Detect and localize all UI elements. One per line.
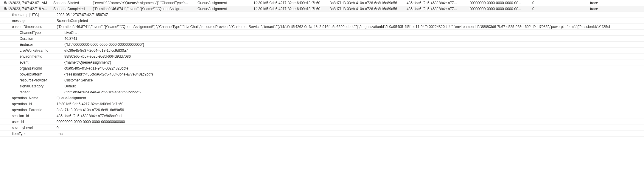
detail-key: organizationId xyxy=(20,66,64,71)
cd-enduser[interactable]: ▷ Enduser {"Id":"00000000-0000-0000-0000… xyxy=(0,42,644,48)
detail-key: message xyxy=(12,18,57,23)
table-row[interactable]: ▷ 5/12/2023, 7:07:42.671 AM ScenarioStar… xyxy=(0,0,644,6)
cell-dimensions: {"event":"{\"name\":\"QueueAssignment\"}… xyxy=(93,0,197,6)
detail-key: LiveWorkstreamId xyxy=(20,48,64,53)
cd-event[interactable]: ▷ event {"name":"QueueAssignment"} xyxy=(0,59,644,65)
detail-key: itemType xyxy=(12,131,57,136)
detail-value: 2023-05-12T07:07:42.7185674Z xyxy=(57,12,644,18)
expand-icon[interactable]: ▷ xyxy=(0,73,20,76)
detail-custom-dimensions[interactable]: ▼ customDimensions {"Duration":"46.8741"… xyxy=(0,24,644,30)
cell-user-id: 00000000-0000-0000-0000-00... xyxy=(470,6,532,12)
detail-key: customDimensions xyxy=(12,24,57,29)
detail-operation-id[interactable]: operation_Id 1fc301d5-9ab6-4217-82ae-6d0… xyxy=(0,101,644,107)
detail-value: {"Id":"00000000-0000-0000-0000-000000000… xyxy=(64,42,644,47)
detail-key: severityLevel xyxy=(12,125,57,130)
cell-parent-id: 3a8d71d3-03eb-410a-a726-6e8f16a89a56 xyxy=(330,0,407,6)
cd-tenant[interactable]: ▷ tenant {"id":"ef5f4262-0e4a-48c2-916f-… xyxy=(0,89,644,95)
collapse-icon[interactable]: ▼ xyxy=(0,7,4,10)
detail-key: tenant xyxy=(20,89,64,95)
detail-key: powerplatform xyxy=(20,72,64,77)
detail-key: ChannelType xyxy=(20,30,64,35)
expand-icon[interactable]: ▷ xyxy=(0,61,20,64)
cell-operation-name: QueueAssignment xyxy=(197,0,253,6)
detail-user-id[interactable]: user_Id 00000000-0000-0000-0000-00000000… xyxy=(0,119,644,125)
detail-value: {"sessionId":"435cfda6-f2d5-468f-8b4e-a7… xyxy=(64,72,644,77)
detail-operation-parent-id[interactable]: operation_ParentId 3a8d71d3-03eb-410a-a7… xyxy=(0,107,644,113)
detail-key: event xyxy=(20,60,64,65)
detail-value: Default xyxy=(64,84,644,89)
cd-organization-id[interactable]: organizationId c0a95405-4f5f-ed11-94f0-0… xyxy=(0,65,644,71)
detail-key: resourceProvider xyxy=(20,78,64,83)
cd-liveworkstream-id[interactable]: LiveWorkstreamId efc39e45-8e37-2d64-fd18… xyxy=(0,48,644,54)
detail-severity-level[interactable]: severityLevel 0 xyxy=(0,125,644,131)
detail-value: 46.8741 xyxy=(64,36,644,41)
detail-timestamp[interactable]: timestamp [UTC] 2023-05-12T07:07:42.7185… xyxy=(0,12,644,18)
cd-channel-type[interactable]: ChannelType LiveChat xyxy=(0,30,644,36)
detail-value: 1fc301d5-9ab6-4217-82ae-6d09c13c7b60 xyxy=(57,101,644,107)
detail-value: Customer Service xyxy=(64,78,644,83)
cell-operation-name: QueueAssignment xyxy=(197,6,253,12)
detail-value: efc39e45-8e37-2d64-fd18-1cfcc9df30a7 xyxy=(64,48,644,53)
detail-value: {"id":"ef5f4262-0e4a-48c2-916f-e6e6699bd… xyxy=(64,89,644,95)
detail-key: timestamp [UTC] xyxy=(12,12,57,18)
detail-key: operation_ParentId xyxy=(12,107,57,113)
detail-value: 0 xyxy=(57,125,644,130)
detail-key: session_Id xyxy=(12,113,57,119)
log-table: ▷ 5/12/2023, 7:07:42.671 AM ScenarioStar… xyxy=(0,0,644,137)
expand-icon[interactable]: ▷ xyxy=(0,1,4,4)
cell-item-type: trace xyxy=(590,6,644,12)
detail-message[interactable]: message ScenarioCompleted xyxy=(0,18,644,24)
detail-session-id[interactable]: session_Id 435cfda6-f2d5-468f-8b4e-a77e8… xyxy=(0,113,644,119)
cd-duration[interactable]: Duration 46.8741 xyxy=(0,36,644,42)
expand-icon[interactable]: ▷ xyxy=(0,90,20,94)
detail-value: QueueAssignment xyxy=(57,95,644,101)
cd-environment-id[interactable]: environmentId 88f803d6-7b67-e525-953d-60… xyxy=(0,54,644,59)
expand-icon[interactable]: ▷ xyxy=(0,43,20,46)
detail-operation-name[interactable]: operation_Name QueueAssignment xyxy=(0,95,644,101)
detail-key: operation_Id xyxy=(12,101,57,107)
cell-session-id: 435cfda6-f2d5-468f-8b4e-a77... xyxy=(407,0,470,6)
table-row[interactable]: ▼ 5/12/2023, 7:07:42.718 A... ScenarioCo… xyxy=(0,6,644,12)
cell-message: ScenarioStarted xyxy=(53,0,93,6)
detail-value: 3a8d71d3-03eb-410a-a726-6e8f16a89a56 xyxy=(57,107,644,113)
detail-key: Enduser xyxy=(20,42,64,47)
detail-key: operation_Name xyxy=(12,95,57,101)
cell-session-id: 435cfda6-f2d5-468f-8b4e-a77... xyxy=(407,6,470,12)
detail-key: environmentId xyxy=(20,54,64,59)
cell-item-type: trace xyxy=(590,0,644,6)
cell-message: ScenarioCompleted xyxy=(53,6,93,12)
cd-signal-category[interactable]: signalCategory Default xyxy=(0,83,644,89)
cell-user-id: 00000000-0000-0000-0000-00... xyxy=(470,0,532,6)
detail-value: {"Duration":"46.8741","event":"{\"name\"… xyxy=(57,24,644,29)
cell-operation-id: 1fc301d5-9ab6-4217-82ae-6d09c13c7b60 xyxy=(253,0,330,6)
detail-value: 00000000-0000-0000-0000-000000000000 xyxy=(57,119,644,125)
detail-value: 88f803d6-7b67-e525-953d-60f4d9dd7086 xyxy=(64,54,644,59)
detail-value: {"name":"QueueAssignment"} xyxy=(64,60,644,65)
detail-value: ScenarioCompleted xyxy=(57,18,644,23)
detail-key: signalCategory xyxy=(20,84,64,89)
cd-resource-provider[interactable]: resourceProvider Customer Service xyxy=(0,77,644,83)
detail-value: c0a95405-4f5f-ed11-94f0-00224820cbfe xyxy=(64,66,644,71)
cell-severity: 0 xyxy=(532,6,590,12)
detail-value: 435cfda6-f2d5-468f-8b4e-a77e848ac9bd xyxy=(57,113,644,119)
cell-operation-id: 1fc301d5-9ab6-4217-82ae-6d09c13c7b60 xyxy=(253,6,330,12)
cell-severity: 0 xyxy=(532,0,590,6)
cell-parent-id: 3a8d71d3-03eb-410a-a726-6e8f16a89a56 xyxy=(330,6,407,12)
detail-item-type[interactable]: itemType trace xyxy=(0,131,644,137)
detail-key: user_Id xyxy=(12,119,57,125)
cell-timestamp: 5/12/2023, 7:07:42.671 AM xyxy=(4,0,53,6)
cell-dimensions: {"Duration":"46.8741","event":"{\"name\"… xyxy=(93,6,197,12)
detail-key: Duration xyxy=(20,36,64,41)
detail-value: LiveChat xyxy=(64,30,644,35)
cd-powerplatform[interactable]: ▷ powerplatform {"sessionId":"435cfda6-f… xyxy=(0,71,644,77)
collapse-icon[interactable]: ▼ xyxy=(0,25,12,28)
detail-value: trace xyxy=(57,131,644,136)
cell-timestamp: 5/12/2023, 7:07:42.718 A... xyxy=(4,6,53,12)
